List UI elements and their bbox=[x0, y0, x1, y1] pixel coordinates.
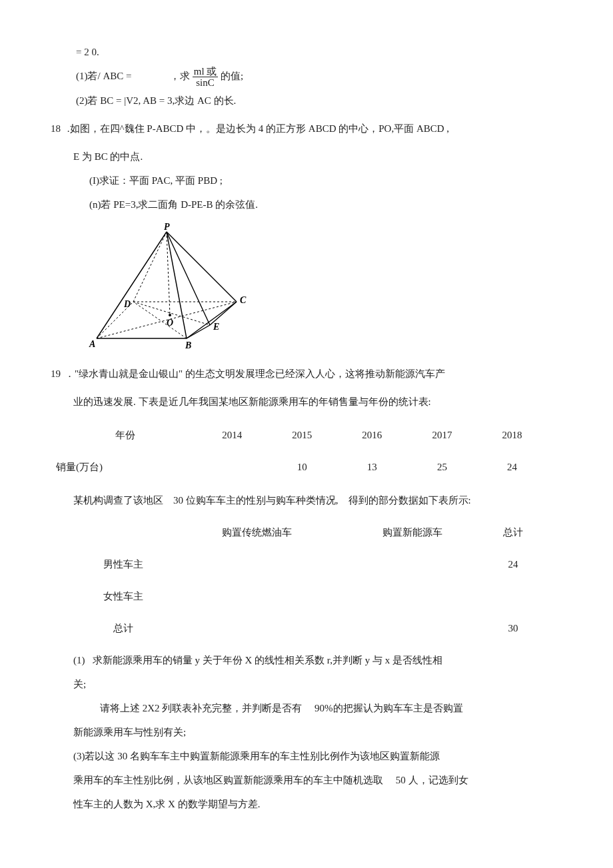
q18-number: 18 bbox=[51, 123, 61, 134]
label-E: E bbox=[213, 322, 219, 332]
q18-figure: P A B C D E O bbox=[87, 222, 566, 355]
col-total: 总计 bbox=[485, 516, 541, 548]
q19-stem-line1: 19．"绿水青山就是金山银山" 的生态文明发展理念已经深入人心，这将推动新能源汽… bbox=[47, 362, 566, 386]
q19-p3-line3: 性车主的人数为 X,求 X 的数学期望与方差. bbox=[47, 792, 566, 816]
q17-p1-pre: (1)若/ ABC = bbox=[76, 71, 131, 81]
table-row: 总计 30 bbox=[73, 612, 541, 644]
q19-p2-a: 请将上述 2X2 列联表补充完整，并判断是否有 bbox=[100, 703, 302, 713]
svg-line-4 bbox=[133, 302, 187, 338]
q19-p3-line2: 乘用车的车主性别比例，从该地区购置新能源乘用车的车主中随机选取 50 人，记选到… bbox=[47, 768, 566, 792]
svg-line-12 bbox=[167, 232, 210, 325]
year-2015: 2015 bbox=[267, 419, 337, 451]
q19-number: 19 bbox=[51, 368, 61, 379]
year-2018: 2018 bbox=[477, 419, 547, 451]
q19-p2-line1: 请将上述 2X2 列联表补充完整，并判断是否有 90%的把握认为购车车主是否购置 bbox=[47, 696, 566, 720]
q19-p3-b: 乘用车的车主性别比例，从该地区购置新能源乘用车的车主中随机选取 bbox=[73, 775, 383, 785]
year-2014: 2014 bbox=[197, 419, 267, 451]
q19-contingency-table: 购置传统燃油车 购置新能源车 总计 男性车主 24 女性车主 总计 30 bbox=[73, 516, 541, 644]
row-female: 女性车主 bbox=[73, 580, 174, 612]
year-2016: 2016 bbox=[337, 419, 407, 451]
table-row: 销量(万台) 10 13 25 24 bbox=[53, 451, 547, 483]
frac-bot: sinC bbox=[193, 77, 219, 89]
q18-stem-line2: E 为 BC 的中点. bbox=[47, 145, 566, 169]
q17-part1: (1)若/ ABC = ，求 ml 或 sinC 的值; bbox=[47, 64, 566, 89]
q19-p2-b: 90%的把握认为购车车主是否购置 bbox=[314, 703, 463, 713]
q19-p3-c: 50 人，记选到女 bbox=[396, 775, 468, 785]
sales-2016: 13 bbox=[337, 451, 407, 483]
q19-year-sales-table: 年份 2014 2015 2016 2017 2018 销量(万台) 10 13… bbox=[53, 419, 547, 483]
q18-part1: (I)求证：平面 PAC, 平面 PBD ; bbox=[47, 169, 566, 193]
table-row: 年份 2014 2015 2016 2017 2018 bbox=[53, 419, 547, 451]
sales-2014 bbox=[197, 451, 267, 483]
sales-2017: 25 bbox=[407, 451, 477, 483]
frac-top: ml 或 bbox=[193, 66, 219, 77]
sales-2018: 24 bbox=[477, 451, 547, 483]
sales-2015: 10 bbox=[267, 451, 337, 483]
svg-point-15 bbox=[169, 314, 171, 316]
th-year: 年份 bbox=[53, 419, 197, 451]
q19-mid1-a: 某机构调查了该地区 bbox=[73, 495, 163, 506]
table-row: 购置传统燃油车 购置新能源车 总计 bbox=[73, 516, 541, 548]
label-A: A bbox=[89, 339, 95, 349]
svg-line-9 bbox=[97, 232, 167, 338]
svg-line-11 bbox=[167, 232, 237, 302]
svg-line-8 bbox=[187, 302, 237, 338]
q19-mid1-c: 得到的部分数据如下表所示: bbox=[348, 495, 471, 506]
q19-stem-line2: 业的迅速发展. 下表是近几年我国某地区新能源乘用车的年销售量与年份的统计表: bbox=[47, 390, 566, 414]
q17-part2: (2)若 BC = |V2, AB = 3,求边 AC 的长. bbox=[47, 89, 566, 113]
q18-stem-line1: 18 .如图，在四^魏住 P-ABCD 中，。是边长为 4 的正方形 ABCD … bbox=[47, 117, 566, 141]
row-total: 总计 bbox=[73, 612, 174, 644]
male-total: 24 bbox=[485, 548, 541, 580]
label-P: P bbox=[164, 222, 170, 232]
q18-part2: (n)若 PE=3,求二面角 D-PE-B 的余弦值. bbox=[47, 193, 566, 217]
q19-p3-line1: (3)若以这 30 名购车车主中购置新能源乘用车的车主性别比例作为该地区购置新能… bbox=[47, 744, 566, 768]
table-row: 女性车主 bbox=[73, 580, 541, 612]
q19-stem1: ．"绿水青山就是金山银山" 的生态文明发展理念已经深入人心，这将推动新能源汽车产 bbox=[65, 368, 445, 379]
q19-p1-num: (1) bbox=[73, 655, 85, 665]
label-C: C bbox=[240, 295, 247, 305]
label-B: B bbox=[185, 340, 191, 350]
col-fuel: 购置传统燃油车 bbox=[174, 516, 340, 548]
th-sales: 销量(万台) bbox=[53, 451, 197, 483]
q19-p1-line1: (1) 求新能源乘用车的销量 y 关于年份 X 的线性相关系数 r,并判断 y … bbox=[47, 648, 566, 672]
q17-p1-post: 的值; bbox=[221, 71, 243, 81]
q19-p1-b: 求新能源乘用车的销量 y 关于年份 X 的线性相关系数 r,并判断 y 与 x … bbox=[93, 655, 442, 665]
q19-p1-line2: 关; bbox=[47, 672, 566, 696]
svg-line-13 bbox=[187, 325, 210, 338]
row-male: 男性车主 bbox=[73, 548, 174, 580]
q17-p1-frac: ml 或 sinC bbox=[193, 66, 219, 89]
label-D: D bbox=[123, 299, 131, 309]
year-2017: 2017 bbox=[407, 419, 477, 451]
grand-total: 30 bbox=[485, 612, 541, 644]
table-row: 男性车主 24 bbox=[73, 548, 541, 580]
svg-line-5 bbox=[167, 232, 170, 315]
col-newenergy: 购置新能源车 bbox=[340, 516, 485, 548]
q19-mid1: 某机构调查了该地区 30 位购车车主的性别与购车种类情况, 得到的部分数据如下表… bbox=[47, 488, 566, 512]
q17-eq: = 2 0. bbox=[47, 40, 566, 64]
svg-line-2 bbox=[133, 232, 167, 302]
q17-p1-mid: ，求 bbox=[170, 71, 190, 81]
pyramid-svg: P A B C D E O bbox=[87, 222, 260, 355]
q19-mid1-b: 30 位购车车主的性别与购车种类情况, bbox=[173, 495, 338, 506]
q18-stem1: .如图，在四^魏住 P-ABCD 中，。是边长为 4 的正方形 ABCD 的中心… bbox=[65, 123, 449, 134]
q19-p2-line2: 新能源乘用车与性别有关; bbox=[47, 720, 566, 744]
label-O: O bbox=[167, 318, 173, 328]
